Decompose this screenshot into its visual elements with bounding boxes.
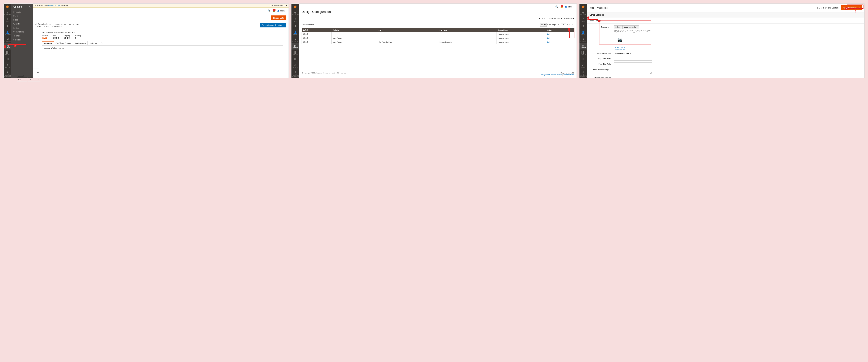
flyout-link-blocks[interactable]: Blocks bbox=[11, 18, 33, 22]
flyout-link-schedule[interactable]: Schedule bbox=[11, 38, 33, 42]
sidebar-item-system[interactable]: ⚙SYSTEM bbox=[580, 63, 587, 69]
page-title: Design Configuration bbox=[302, 10, 331, 14]
favicon-icon-label: Favicon Icon bbox=[590, 25, 614, 28]
sidebar-item-catalog[interactable]: ◆CATALOG bbox=[4, 23, 11, 30]
config-table: Default Website Store Store View Theme N… bbox=[302, 28, 574, 44]
cron-job-link[interactable]: Magento cron job bbox=[49, 5, 61, 6]
notifications-icon[interactable]: 🔔14 bbox=[273, 10, 275, 12]
favicon-hint: Maximum file size: 2 MB. Allowed file ty… bbox=[614, 30, 652, 33]
sidebar-item-sales[interactable]: $SALES bbox=[4, 17, 11, 23]
chevron-down-icon[interactable]: ▾ bbox=[286, 5, 287, 6]
up-arrow-icon: ↑ bbox=[854, 8, 857, 14]
sidebar-item-dashboard[interactable]: ◔DASHBOARD bbox=[291, 10, 299, 17]
favicon-dropzone[interactable]: 📷 bbox=[614, 34, 626, 46]
callout-3: 3 bbox=[568, 28, 570, 31]
edit-link[interactable]: Edit bbox=[547, 37, 550, 39]
sidebar-item-customers[interactable]: 👤CUSTOMERS bbox=[291, 30, 299, 36]
flyout-link-widgets[interactable]: Widgets bbox=[11, 22, 33, 26]
filter-icon: ▼ bbox=[539, 18, 540, 20]
sidebar-item-content[interactable]: ▤CONTENT bbox=[580, 43, 587, 50]
performance-text: d of your business' performance, using o… bbox=[35, 23, 79, 27]
sidebar-item-reports[interactable]: ▌▌REPORTS bbox=[580, 50, 587, 56]
magento-logo-icon: ⬢ bbox=[302, 72, 303, 74]
sidebar-item-content[interactable]: ▤CONTENT bbox=[291, 43, 299, 50]
sidebar-item-reports[interactable]: ▌▌REPORTS bbox=[291, 50, 299, 56]
sidebar-item-marketing[interactable]: ◀MARKETING bbox=[4, 36, 11, 43]
flyout-link-themes[interactable]: Themes bbox=[11, 34, 33, 38]
shipping-value: $0.00 bbox=[64, 37, 70, 39]
sidebar-item-sales[interactable]: $SALES bbox=[291, 17, 299, 23]
page-title-suffix-input[interactable] bbox=[614, 62, 652, 66]
next-page-button[interactable]: › bbox=[571, 23, 574, 27]
sidebar-item-stores[interactable]: ▥STORES bbox=[291, 56, 299, 63]
admin-sidebar: ⬢ ◔DASHBOARD $SALES ◆CATALOG 👤CUSTOMERS … bbox=[291, 4, 299, 78]
sidebar-item-customers[interactable]: 👤CUSTOMERS bbox=[4, 30, 11, 36]
edit-link[interactable]: Edit bbox=[547, 41, 550, 43]
search-icon[interactable]: 🔍 bbox=[268, 9, 271, 12]
sidebar-item-marketing[interactable]: ◀MARKETING bbox=[580, 36, 587, 43]
columns-dropdown[interactable]: ⚙Columns ▾ bbox=[564, 18, 574, 20]
sidebar-item-sales[interactable]: $SALES bbox=[580, 17, 587, 23]
sidebar-item-system[interactable]: ⚙SYSTEM bbox=[4, 63, 11, 69]
filters-button[interactable]: ▼Filters bbox=[537, 17, 547, 20]
gear-icon: ⚙ bbox=[564, 18, 566, 20]
flyout-link-configuration[interactable]: Configuration bbox=[11, 30, 33, 34]
enable-chart-link[interactable]: here bbox=[72, 31, 75, 33]
back-button[interactable]: ← Back bbox=[814, 7, 821, 9]
tab-new-customers[interactable]: New Customers bbox=[73, 41, 88, 46]
sidebar-item-catalog[interactable]: ◆CATALOG bbox=[580, 23, 587, 30]
tab-bestsellers[interactable]: Bestsellers bbox=[42, 41, 54, 46]
page-title-prefix-input[interactable] bbox=[614, 57, 652, 61]
advanced-reporting-button[interactable]: Go to Advanced Reporting ↗ bbox=[260, 23, 286, 27]
sidebar-item-system[interactable]: ⚙SYSTEM bbox=[291, 63, 299, 69]
other-settings-header: Other Settings bbox=[587, 12, 864, 18]
sidebar-item-marketing[interactable]: ◀MARKETING bbox=[291, 36, 299, 43]
sidebar-item-reports[interactable]: ▌▌REPORTS bbox=[4, 50, 11, 56]
tab-body: We couldn't find any records. bbox=[42, 46, 283, 51]
prev-page-button[interactable]: ‹ bbox=[557, 23, 560, 27]
notifications-icon[interactable]: 🔔14 bbox=[560, 6, 563, 8]
callout-5: 5 bbox=[598, 20, 600, 22]
sidebar-item-partners[interactable]: ◈FIND PARTNERS & EXTENSIONS bbox=[291, 69, 299, 78]
records-found: 3 records found bbox=[302, 24, 314, 26]
edit-link[interactable]: Edit bbox=[547, 33, 550, 35]
sidebar-item-stores[interactable]: ▥STORES bbox=[4, 56, 11, 63]
sidebar-item-partners[interactable]: ◈FIND PARTNERS & EXTENSIONS bbox=[580, 69, 587, 78]
default-view-dropdown[interactable]: 👁Default View ▾ bbox=[549, 18, 562, 20]
tab-yo[interactable]: Yo bbox=[99, 41, 104, 46]
callout-1: 1 bbox=[4, 46, 6, 48]
report-issue-link[interactable]: Report an Issue bbox=[563, 74, 574, 76]
sidebar-item-dashboard[interactable]: ◔DASHBOARD bbox=[4, 10, 11, 17]
per-page-select[interactable]: 20 bbox=[540, 23, 547, 27]
sidebar-item-partners[interactable]: ◈FIND PARTNERS & EXTENSIONS bbox=[4, 69, 11, 78]
sidebar-item-catalog[interactable]: ◆CATALOG bbox=[291, 23, 299, 30]
admin-dropdown[interactable]: 👤 admin ▾ bbox=[565, 6, 574, 8]
collapse-icon: ⌃ bbox=[860, 19, 862, 22]
tab-most-viewed[interactable]: Most Viewed Products bbox=[54, 41, 73, 46]
html-head-accordion[interactable]: HTML Head ⌃ bbox=[587, 18, 864, 24]
flyout-link-pages[interactable]: Pages bbox=[11, 14, 33, 18]
save-configuration-button[interactable]: Save Configuration bbox=[841, 5, 862, 10]
select-from-gallery-button[interactable]: Select from Gallery bbox=[622, 25, 639, 29]
reload-data-button[interactable]: Reload Data bbox=[271, 16, 286, 20]
sidebar-item-stores[interactable]: ▥STORES bbox=[580, 56, 587, 63]
tab-customers[interactable]: Customers bbox=[88, 41, 99, 46]
sidebar-item-dashboard[interactable]: ◔DASHBOARD bbox=[580, 10, 587, 17]
search-icon[interactable]: 🔍 bbox=[555, 5, 558, 8]
admin-sidebar: ⬢ ◔DASHBOARD $SALES ◆CATALOG 👤CUSTOMERS … bbox=[580, 4, 587, 78]
page-input[interactable] bbox=[561, 23, 566, 26]
callout-6: 6 bbox=[845, 7, 848, 10]
privacy-link[interactable]: Privacy Policy bbox=[540, 74, 550, 76]
account-activity-link[interactable]: Account Activity bbox=[551, 74, 562, 76]
default-page-title-input[interactable] bbox=[614, 52, 652, 55]
meta-keywords-input[interactable] bbox=[614, 76, 652, 78]
flyout-title: Content bbox=[13, 5, 22, 8]
upload-button[interactable]: Upload bbox=[614, 25, 622, 29]
admin-dropdown[interactable]: 👤 admin ▾ bbox=[277, 10, 286, 12]
sidebar-item-customers[interactable]: 👤CUSTOMERS bbox=[580, 30, 587, 36]
save-and-continue-button[interactable]: Save and Continue bbox=[823, 7, 840, 9]
close-icon[interactable]: ✕ bbox=[29, 5, 31, 8]
chart-disabled-text: Chart is disabled. To enable the chart, … bbox=[42, 31, 75, 33]
magento-logo-icon: ⬢ bbox=[580, 4, 587, 10]
meta-description-input[interactable] bbox=[614, 68, 652, 74]
